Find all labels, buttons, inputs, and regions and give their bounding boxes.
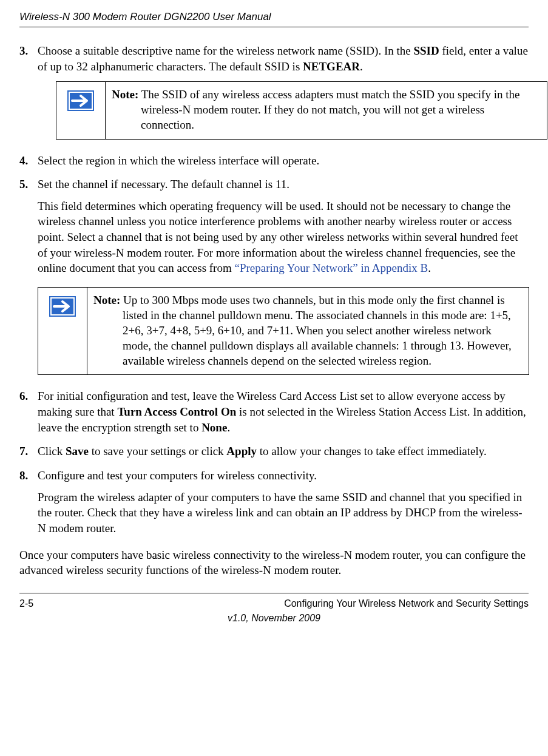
step-3-bold-ssid: SSID bbox=[413, 44, 439, 57]
note-1-text: Note: The SSID of any wireless access ad… bbox=[106, 82, 547, 139]
step-7: Click Save to save your settings or clic… bbox=[19, 444, 529, 459]
running-header: Wireless-N 300 Modem Router DGN2200 User… bbox=[19, 11, 529, 23]
arrow-note-icon bbox=[49, 296, 76, 317]
step-3-bold-netgear: NETGEAR bbox=[303, 60, 360, 73]
note-box-1: Note: The SSID of any wireless access ad… bbox=[56, 81, 547, 139]
note-1-body: The SSID of any wireless access adapters… bbox=[138, 88, 519, 131]
footer-version: v1.0, November 2009 bbox=[19, 613, 529, 624]
note-2-label: Note: bbox=[93, 294, 120, 306]
step-7-b1: Save bbox=[66, 445, 89, 457]
step-6-b1: Turn Access Control On bbox=[117, 405, 236, 418]
footer-rule bbox=[19, 593, 529, 593]
step-5-detail-b: . bbox=[428, 262, 431, 274]
note-2-text: Note: Up to 300 Mbps mode uses two chann… bbox=[87, 288, 529, 375]
step-3-text-a: Choose a suitable descriptive name for t… bbox=[38, 44, 413, 57]
step-7-b: to save your settings or click bbox=[89, 445, 226, 457]
step-6-c: . bbox=[227, 421, 230, 434]
note-1-label: Note: bbox=[112, 88, 138, 101]
note-box-2: Note: Up to 300 Mbps mode uses two chann… bbox=[38, 287, 529, 375]
step-8-text: Configure and test your computers for wi… bbox=[38, 469, 317, 482]
footer-section-title: Configuring Your Wireless Network and Se… bbox=[284, 598, 529, 609]
header-rule bbox=[19, 27, 529, 27]
step-5-detail: This field determines which operating fr… bbox=[38, 198, 529, 276]
step-8: Configure and test your computers for wi… bbox=[19, 468, 529, 536]
step-7-b2: Apply bbox=[226, 445, 257, 457]
step-6-b2: None bbox=[201, 421, 227, 434]
note-icon-cell-1 bbox=[56, 82, 106, 139]
appendix-b-link[interactable]: “Preparing Your Network” in Appendix B bbox=[234, 262, 428, 274]
note-icon-cell-2 bbox=[38, 288, 87, 375]
step-6: For initial configuration and test, leav… bbox=[19, 388, 529, 435]
step-4-text: Select the region in which the wireless … bbox=[38, 154, 319, 167]
arrow-note-icon bbox=[67, 90, 94, 111]
step-7-c: to allow your changes to take effect imm… bbox=[257, 445, 487, 457]
step-5: Set the channel if necessary. The defaul… bbox=[19, 177, 529, 375]
step-3-text-c: . bbox=[360, 60, 363, 73]
step-4: Select the region in which the wireless … bbox=[19, 153, 529, 169]
page-number: 2-5 bbox=[19, 598, 33, 609]
note-2-body: Up to 300 Mbps mode uses two channels, b… bbox=[120, 294, 512, 367]
step-8-detail: Program the wireless adapter of your com… bbox=[38, 490, 529, 536]
step-7-a: Click bbox=[38, 445, 66, 457]
step-3: Choose a suitable descriptive name for t… bbox=[19, 43, 529, 140]
step-5-text: Set the channel if necessary. The defaul… bbox=[38, 178, 289, 191]
closing-paragraph: Once your computers have basic wireless … bbox=[19, 547, 529, 578]
footer-row: 2-5 Configuring Your Wireless Network an… bbox=[19, 598, 529, 609]
